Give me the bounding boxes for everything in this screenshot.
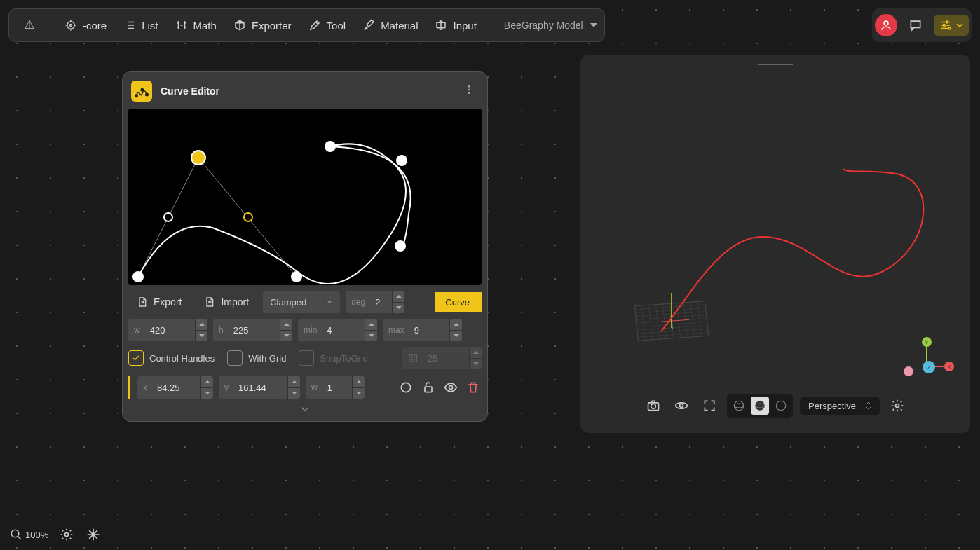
viewport-drag-handle[interactable] xyxy=(758,64,793,70)
with-grid-checkbox[interactable] xyxy=(227,350,243,366)
math-menu[interactable]: Math xyxy=(168,15,224,36)
target-icon xyxy=(64,19,77,32)
panel-title: Curve Editor xyxy=(161,85,452,97)
pw-value: 1 xyxy=(323,376,352,399)
width-stepper[interactable]: w 420 xyxy=(128,319,207,341)
shading-solid[interactable] xyxy=(751,397,769,415)
model-name-dropdown[interactable]: BeeGraphy Model xyxy=(504,20,597,31)
freeze-button[interactable] xyxy=(85,526,102,543)
core-menu-label: -core xyxy=(83,20,107,32)
step-down[interactable] xyxy=(393,303,404,314)
orbit-button[interactable] xyxy=(671,395,692,416)
max-stepper[interactable]: max 9 xyxy=(383,319,462,341)
projection-select[interactable]: Perspective xyxy=(800,397,880,415)
logo-button[interactable] xyxy=(16,15,43,36)
zoom-control[interactable]: 100% xyxy=(10,528,48,541)
step-up[interactable] xyxy=(393,291,404,303)
point-y-stepper[interactable]: y 161.44 xyxy=(219,376,300,399)
svg-point-15 xyxy=(191,151,205,165)
step-down[interactable] xyxy=(365,331,377,342)
step-up[interactable] xyxy=(470,347,482,359)
step-up[interactable] xyxy=(288,376,300,388)
logo-icon xyxy=(23,19,36,32)
export-button[interactable]: Export xyxy=(128,291,190,313)
point-x-stepper[interactable]: x 84.25 xyxy=(137,376,213,399)
grid-icon xyxy=(402,347,423,369)
lock-button[interactable] xyxy=(420,379,437,396)
svg-point-21 xyxy=(401,383,410,392)
step-down[interactable] xyxy=(201,388,213,399)
svg-point-56 xyxy=(651,404,656,409)
zoom-icon xyxy=(10,528,22,541)
svg-text:Z: Z xyxy=(927,364,931,371)
orbit-icon xyxy=(674,399,688,413)
step-up[interactable] xyxy=(353,376,365,388)
step-down[interactable] xyxy=(470,359,482,370)
clamp-mode-select[interactable]: Clamped xyxy=(263,291,340,313)
w-value: 420 xyxy=(146,319,195,341)
shading-rendered[interactable] xyxy=(772,397,790,415)
step-up[interactable] xyxy=(450,319,462,331)
curve-tag[interactable]: Curve xyxy=(435,292,482,312)
step-down[interactable] xyxy=(196,331,207,342)
curve-canvas[interactable] xyxy=(128,109,482,285)
sort-icon xyxy=(866,401,871,411)
min-label: min xyxy=(298,319,322,341)
brush-icon xyxy=(362,19,375,32)
step-down[interactable] xyxy=(280,331,292,342)
svg-point-4 xyxy=(946,21,948,23)
step-up[interactable] xyxy=(280,319,292,331)
top-right-group xyxy=(872,8,972,42)
gear-icon xyxy=(60,528,74,542)
avatar[interactable] xyxy=(875,14,897,36)
delete-button[interactable] xyxy=(465,379,482,396)
control-handles-checkbox[interactable] xyxy=(128,350,144,366)
shading-wireframe[interactable] xyxy=(730,397,748,415)
degree-stepper[interactable]: deg 2 xyxy=(346,291,404,313)
app-settings-button[interactable] xyxy=(58,526,75,543)
circle-button[interactable] xyxy=(397,379,414,396)
list-menu[interactable]: List xyxy=(116,15,165,36)
svg-line-41 xyxy=(690,302,694,337)
panel-menu-button[interactable] xyxy=(461,81,477,101)
chevron-down-icon xyxy=(956,22,963,29)
collapse-button[interactable] xyxy=(128,403,482,415)
tool-menu[interactable]: Tool xyxy=(301,15,353,36)
visibility-button[interactable] xyxy=(442,379,459,396)
x-label: x xyxy=(137,376,153,399)
max-label: max xyxy=(383,319,410,341)
svg-point-14 xyxy=(164,213,172,221)
core-menu[interactable]: -core xyxy=(57,15,114,36)
fullscreen-icon xyxy=(702,399,716,413)
input-menu[interactable]: Input xyxy=(428,15,483,36)
import-label: Import xyxy=(221,296,249,308)
exporter-menu[interactable]: Exporter xyxy=(226,15,299,36)
screenshot-button[interactable] xyxy=(643,395,664,416)
fullscreen-button[interactable] xyxy=(699,395,720,416)
svg-point-60 xyxy=(734,404,744,408)
svg-point-16 xyxy=(244,213,252,221)
snap-to-grid-checkbox[interactable] xyxy=(299,350,314,366)
material-menu-label: Material xyxy=(381,20,418,32)
step-up[interactable] xyxy=(365,319,377,331)
viewport-3d[interactable]: Y X Z Perspective xyxy=(580,55,970,433)
min-stepper[interactable]: min 4 xyxy=(298,319,377,341)
axis-gizmo[interactable]: Y X Z xyxy=(899,335,955,391)
shading-mode-group xyxy=(727,394,793,418)
height-stepper[interactable]: h 225 xyxy=(213,319,292,341)
step-up[interactable] xyxy=(201,376,213,388)
comment-button[interactable] xyxy=(903,13,928,38)
step-down[interactable] xyxy=(288,388,300,399)
settings-dropdown[interactable] xyxy=(934,15,969,36)
grid-size-stepper[interactable]: 25 xyxy=(402,347,482,369)
step-down[interactable] xyxy=(450,331,462,342)
step-down[interactable] xyxy=(353,388,365,399)
list-menu-label: List xyxy=(142,20,158,32)
point-w-stepper[interactable]: w 1 xyxy=(306,376,365,399)
viewport-settings-button[interactable] xyxy=(887,395,908,416)
panel-header[interactable]: Curve Editor xyxy=(128,78,482,109)
svg-point-17 xyxy=(291,271,302,282)
import-button[interactable]: Import xyxy=(196,291,257,313)
step-up[interactable] xyxy=(196,319,207,331)
material-menu[interactable]: Material xyxy=(355,15,425,36)
